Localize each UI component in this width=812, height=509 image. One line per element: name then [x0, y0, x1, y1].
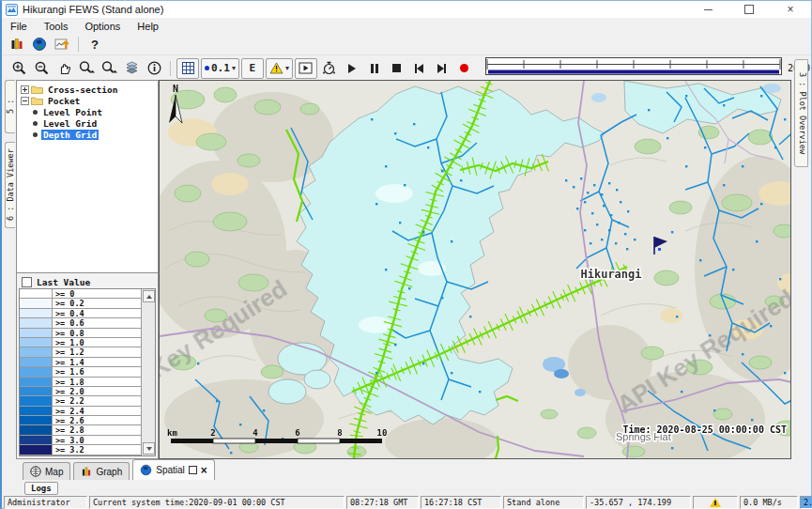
- menu-file[interactable]: File: [2, 20, 36, 33]
- tree-item-level-grid[interactable]: Level Grid: [17, 117, 158, 129]
- legend-row: >= 1.2: [20, 347, 155, 357]
- minimize-button[interactable]: [687, 1, 728, 18]
- map-toolbar: 0.1 ▾ E ▾: [2, 55, 811, 81]
- globe-icon: [30, 466, 41, 477]
- svg-text:4: 4: [253, 428, 258, 438]
- animation-window-button[interactable]: [295, 58, 317, 79]
- hand-icon: [56, 60, 72, 76]
- legend-swatch: [20, 436, 53, 444]
- zoom-in-button[interactable]: [8, 59, 29, 78]
- legend-swatch: [20, 425, 53, 434]
- stop-button[interactable]: [387, 59, 407, 78]
- collapse-minus-icon[interactable]: [21, 97, 29, 105]
- maximize-icon: [744, 5, 754, 14]
- status-warning-cell[interactable]: [693, 496, 738, 509]
- animation-settings-button[interactable]: [319, 59, 340, 78]
- legend-swatch: [20, 358, 53, 366]
- info-button[interactable]: [144, 59, 164, 78]
- window-title: Hikurangi FEWS (Stand alone): [23, 4, 163, 15]
- layers-button[interactable]: [121, 59, 142, 78]
- scroll-down-icon[interactable]: [143, 442, 155, 455]
- legend-swatch: [20, 378, 53, 386]
- tree-item-level-point[interactable]: Level Point: [17, 106, 158, 117]
- zoom-previous-button[interactable]: [76, 59, 97, 78]
- tab-plot-overview[interactable]: 3 : Plot Overview: [794, 59, 808, 167]
- stop-icon: [392, 64, 401, 72]
- tab-map[interactable]: Map: [23, 462, 70, 480]
- step-forward-button[interactable]: [432, 59, 452, 78]
- zoom-out-button[interactable]: [31, 59, 52, 78]
- menu-help[interactable]: Help: [129, 20, 167, 33]
- legend-swatch: [20, 416, 53, 424]
- tree-item-cross-section[interactable]: Cross-section: [17, 84, 158, 95]
- svg-text:6: 6: [295, 428, 299, 438]
- menu-options[interactable]: Options: [76, 20, 129, 33]
- map-view[interactable]: API Key Required API Key Required Hikura…: [159, 80, 791, 459]
- bar-chart-icon: [9, 37, 24, 52]
- zoom-in-icon: [11, 60, 27, 76]
- tree-item-depth-grid[interactable]: Depth Grid: [17, 129, 158, 140]
- tab-forecast[interactable]: 5 : Forecast: [5, 80, 15, 133]
- pause-icon: [371, 64, 378, 73]
- time-slider[interactable]: [485, 57, 782, 79]
- status-mode: Stand alone: [503, 496, 584, 509]
- explorer-button[interactable]: [7, 35, 27, 54]
- warning-icon: [269, 62, 283, 74]
- last-value-checkbox[interactable]: [22, 277, 32, 287]
- globe-icon: [32, 37, 47, 52]
- legend-scrollbar[interactable]: [141, 289, 155, 455]
- tab-data-viewer[interactable]: 6 : Data Viewer: [5, 142, 15, 228]
- app-icon: [6, 4, 18, 16]
- legend-row: >= 0: [20, 289, 155, 299]
- tab-spatial[interactable]: Spatial ×: [132, 459, 215, 480]
- town-label: Hikurangi: [580, 268, 641, 281]
- map-time-label: Time: 2020-08-25 00:00:00 CST: [622, 424, 787, 435]
- status-gmt-time: 08:27:18 GMT: [346, 496, 419, 509]
- status-local-time: 16:27:18 CST: [421, 496, 501, 509]
- label-display-button[interactable]: E: [241, 58, 264, 79]
- play-button[interactable]: [342, 59, 362, 78]
- maximize-button[interactable]: [728, 1, 770, 18]
- legend-row: >= 2.0: [20, 387, 155, 396]
- tab-graph[interactable]: Graph: [73, 462, 130, 480]
- expand-plus-icon[interactable]: [21, 85, 29, 94]
- step-forward-icon: [437, 64, 444, 73]
- zoom-out-icon: [34, 60, 50, 76]
- main-area: 5 : Forecast 6 : Data Viewer Cross-secti…: [4, 80, 810, 459]
- status-transfer-rate: 0.0 MB/s: [740, 496, 798, 509]
- timeline-track: [485, 57, 782, 75]
- pause-button[interactable]: [364, 59, 385, 78]
- bullet-icon: [33, 121, 38, 126]
- legend-row: >= 2.4: [20, 407, 155, 416]
- status-memory: 2.5 GB: [800, 496, 812, 509]
- menubar: File Tools Options Help: [2, 18, 811, 34]
- legend-swatch: [20, 318, 53, 327]
- warning-dropdown[interactable]: ▾: [266, 58, 293, 79]
- titlebar: Hikurangi FEWS (Stand alone) ×: [2, 1, 811, 18]
- last-value-label: Last Value: [37, 277, 90, 287]
- menu-tools[interactable]: Tools: [36, 20, 77, 33]
- grid-display-button[interactable]: [176, 58, 199, 79]
- timeseries-button[interactable]: [52, 35, 72, 54]
- step-back-button[interactable]: [409, 59, 430, 78]
- contour-dropdown[interactable]: 0.1 ▾: [201, 58, 239, 79]
- spatial-display-button[interactable]: [29, 35, 50, 54]
- legend-swatch: [20, 387, 53, 395]
- record-icon: [460, 64, 468, 72]
- legend-row: >= 2.8: [20, 425, 155, 435]
- zoom-next-button[interactable]: [99, 59, 119, 78]
- tree-item-pocket[interactable]: Pocket: [17, 95, 158, 106]
- close-panel-icon[interactable]: ×: [201, 466, 207, 475]
- legend-swatch: [20, 309, 53, 317]
- info-icon: [146, 60, 162, 76]
- help-button[interactable]: ?: [84, 35, 105, 54]
- record-button[interactable]: [454, 59, 475, 78]
- legend-row: >= 0.8: [20, 329, 155, 338]
- logs-tab[interactable]: Logs: [24, 482, 58, 495]
- maximize-panel-icon[interactable]: [189, 466, 197, 474]
- minimize-icon: [704, 9, 712, 10]
- close-button[interactable]: ×: [770, 1, 811, 18]
- scroll-up-icon[interactable]: [143, 290, 155, 302]
- layers-icon: [124, 60, 140, 76]
- pan-button[interactable]: [54, 59, 74, 78]
